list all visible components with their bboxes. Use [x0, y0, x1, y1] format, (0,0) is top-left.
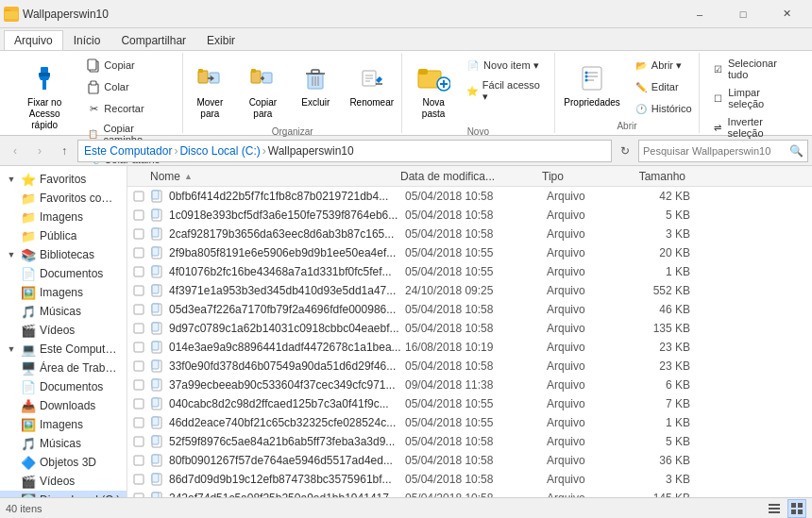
- sidebar-item-documentos-comp[interactable]: 📄 Documentos: [0, 377, 127, 396]
- address-part-disk[interactable]: Disco Local (C:): [179, 144, 260, 158]
- sidebar-item-downloads[interactable]: 📥 Downloads: [0, 396, 127, 415]
- table-row[interactable]: 80fb0901267f57de764ae5946d5517ad4ed... 0…: [127, 451, 812, 470]
- table-row[interactable]: 37a99ecbeeab90c533604f37cec349cfc971... …: [127, 376, 812, 394]
- file-checkbox[interactable]: [131, 359, 146, 374]
- col-date-header[interactable]: Data de modifica...: [400, 170, 542, 183]
- table-row[interactable]: 46dd2eace740bf21c65cb32325cfe028524c... …: [127, 413, 812, 432]
- nova-pasta-button[interactable]: Novapasta: [408, 55, 459, 125]
- sidebar-item-bibliotecas[interactable]: ▼ 📚 Bibliotecas: [0, 245, 127, 264]
- sidebar-item-documentos-bib[interactable]: 📄 Documentos: [0, 264, 127, 283]
- table-row[interactable]: 014e3ae9a9c8896441dadf4472678c1a1bea... …: [127, 338, 812, 357]
- file-checkbox[interactable]: [131, 377, 146, 393]
- file-name: 040cabc8d2c98d2ffcaed125b7c3a0f41f9c...: [169, 397, 405, 410]
- sidebar-item-disco-local[interactable]: 💽 Disco Local (C:): [0, 491, 127, 497]
- minimize-button[interactable]: –: [678, 0, 721, 28]
- sidebar-item-este-computador[interactable]: ▼ 💻 Este Computador: [0, 340, 127, 359]
- svg-rect-74: [134, 380, 144, 390]
- tab-compartilhar[interactable]: Compartilhar: [110, 30, 196, 50]
- historico-button[interactable]: 🕐 Histórico: [629, 98, 697, 119]
- file-checkbox[interactable]: [131, 321, 146, 336]
- file-checkbox[interactable]: [131, 283, 146, 298]
- file-checkbox[interactable]: [131, 302, 146, 317]
- back-button[interactable]: ‹: [4, 140, 26, 162]
- sidebar-item-videos-comp[interactable]: 🎬 Vídeos: [0, 472, 127, 491]
- table-row[interactable]: 52f59f8976c5ae84a21b6ab5ff73feba3a3d9...…: [127, 432, 812, 451]
- sidebar-item-objetos3d[interactable]: 🔷 Objetos 3D: [0, 453, 127, 472]
- properties-button[interactable]: Propriedades: [557, 55, 626, 113]
- facil-acesso-button[interactable]: ⭐ Fácil acesso ▾: [461, 76, 548, 106]
- table-row[interactable]: 0bfb6f414d22b5f7fc1fb8c87b0219721db4... …: [127, 187, 812, 206]
- details-view-button[interactable]: [765, 499, 784, 518]
- file-checkbox[interactable]: [131, 453, 146, 468]
- cut-button[interactable]: ✂ Recortar: [81, 98, 177, 119]
- paste-button[interactable]: Colar: [81, 76, 177, 97]
- sidebar-item-imagens-bib[interactable]: 🖼️ Imagens: [0, 283, 127, 302]
- table-row[interactable]: 2caf928179b3656da63eec8d6ab3b87c165... 0…: [127, 225, 812, 243]
- table-row[interactable]: 86d7d09d9b19c12efb874738bc3575961bf... 0…: [127, 470, 812, 489]
- tab-arquivo[interactable]: Arquivo: [4, 30, 63, 50]
- table-row[interactable]: 33f0e90fd378d46b07549a90da51d6d29f46... …: [127, 357, 812, 376]
- maximize-button[interactable]: □: [721, 0, 765, 28]
- file-size: 36 KB: [622, 454, 698, 467]
- file-checkbox[interactable]: [131, 491, 146, 497]
- copy-to-button[interactable]: Copiarpara: [237, 55, 288, 125]
- sidebar-item-imagens-fav[interactable]: 📁 Imagens: [0, 208, 127, 226]
- sidebar-item-favoritos[interactable]: ▼ ⭐ Favoritos: [0, 170, 127, 189]
- file-checkbox[interactable]: [131, 189, 146, 204]
- file-checkbox[interactable]: [131, 226, 146, 242]
- fixar-no-acesso-button[interactable]: Fixar noAcesso rápido: [9, 55, 79, 136]
- file-date: 05/04/2018 10:58: [405, 454, 547, 467]
- move-button[interactable]: Moverpara: [184, 55, 235, 125]
- table-row[interactable]: 4f3971e1a953b3ed345db410d93e5dd1a47... 2…: [127, 281, 812, 300]
- sidebar-item-musicas-bib[interactable]: 🎵 Músicas: [0, 302, 127, 321]
- tab-inicio[interactable]: Início: [63, 30, 111, 50]
- file-checkbox[interactable]: [131, 396, 146, 411]
- editar-button[interactable]: ✏️ Editar: [629, 76, 697, 97]
- delete-label: Excluir: [301, 97, 330, 109]
- refresh-button[interactable]: ↻: [614, 140, 636, 162]
- title-bar-left: Wallpaperswin10: [4, 7, 109, 22]
- sidebar-item-area-trabalho[interactable]: 🖥️ Área de Trabalho...: [0, 359, 127, 377]
- clear-selection-button[interactable]: ☐ Limpar seleção: [705, 84, 803, 112]
- table-row[interactable]: 05d3ea7f226a7170fb79f2a4696fdfe000986...…: [127, 300, 812, 319]
- forward-button[interactable]: ›: [28, 140, 51, 162]
- address-part-computer[interactable]: Este Computador: [84, 144, 172, 158]
- este-computador-label: Este Computador: [40, 343, 121, 356]
- invert-selection-button[interactable]: ⇌ Inverter seleção: [705, 113, 803, 142]
- large-icons-view-button[interactable]: [787, 499, 806, 518]
- file-checkbox[interactable]: [131, 434, 146, 449]
- address-bar[interactable]: Este Computador › Disco Local (C:) › Wal…: [77, 140, 612, 162]
- file-checkbox[interactable]: [131, 472, 146, 487]
- delete-button[interactable]: Excluir: [290, 55, 341, 113]
- table-row[interactable]: 040cabc8d2c98d2ffcaed125b7c3a0f41f9c... …: [127, 394, 812, 413]
- table-row[interactable]: 1c0918e393bcf5df3a6e150fe7539f8764eb6...…: [127, 206, 812, 225]
- search-input[interactable]: [643, 145, 789, 157]
- select-all-button[interactable]: ☑ Selecionar tudo: [705, 55, 803, 83]
- close-button[interactable]: ✕: [765, 0, 808, 28]
- table-row[interactable]: 2f9ba805f8191e6e5906eb9d9b1ee50ea4ef... …: [127, 243, 812, 262]
- copy-button[interactable]: Copiar: [81, 55, 177, 75]
- col-name-header[interactable]: Nome ▲: [131, 170, 400, 183]
- col-type-header[interactable]: Tipo: [542, 170, 617, 183]
- abrir-button[interactable]: 📂 Abrir ▾: [629, 55, 697, 75]
- file-checkbox[interactable]: [131, 264, 146, 279]
- col-size-header[interactable]: Tamanho: [617, 170, 693, 183]
- table-row[interactable]: 4f01076b2fc16be43468a7a1d331bf0fc5fef...…: [127, 262, 812, 281]
- file-checkbox[interactable]: [131, 415, 146, 430]
- up-button[interactable]: ↑: [53, 140, 76, 162]
- file-checkbox[interactable]: [131, 208, 146, 223]
- sidebar-item-favoritos-comp[interactable]: 📁 Favoritos comp...: [0, 189, 127, 208]
- table-row[interactable]: 9d97c0789c1a62b14031c0918cbbc04eaebf... …: [127, 319, 812, 338]
- sidebar-item-imagens-comp[interactable]: 🖼️ Imagens: [0, 415, 127, 434]
- tab-exibir[interactable]: Exibir: [196, 30, 245, 50]
- sidebar-item-musicas-comp[interactable]: 🎵 Músicas: [0, 434, 127, 453]
- novo-item-button[interactable]: 📄 Novo item ▾: [461, 55, 548, 75]
- rename-button[interactable]: Renomear: [343, 55, 400, 113]
- file-checkbox[interactable]: [131, 245, 146, 260]
- file-checkbox[interactable]: [131, 340, 146, 355]
- svg-rect-10: [91, 81, 96, 85]
- sidebar-item-videos-bib[interactable]: 🎬 Vídeos: [0, 321, 127, 340]
- file-name: 33f0e90fd378d46b07549a90da51d6d29f46...: [169, 359, 405, 373]
- table-row[interactable]: 242ef74d51c5a08f25b250a9ed1bb1941417... …: [127, 489, 812, 497]
- sidebar-item-publica[interactable]: 📁 Pública: [0, 226, 127, 245]
